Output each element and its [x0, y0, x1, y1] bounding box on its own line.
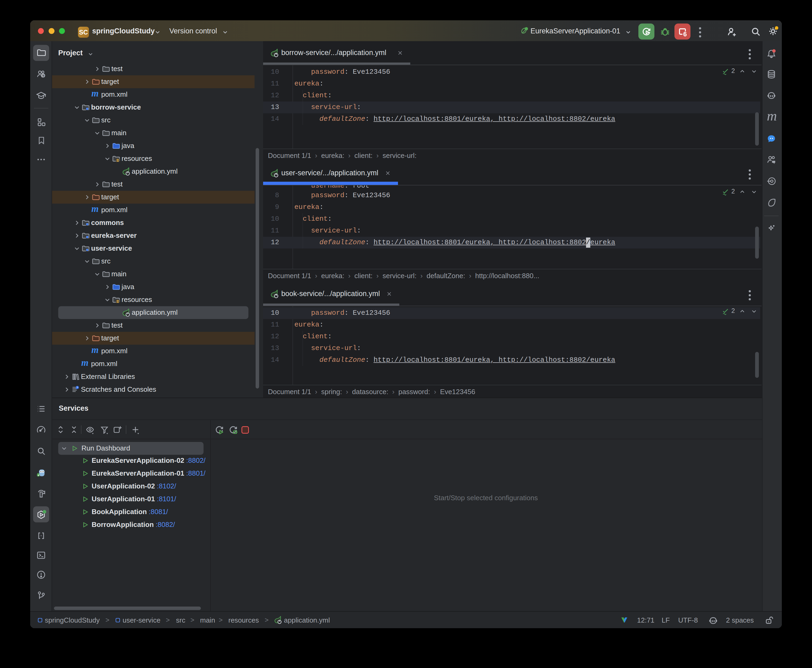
svg-text:?: ? [42, 74, 44, 78]
svg-text:6: 6 [683, 30, 687, 37]
